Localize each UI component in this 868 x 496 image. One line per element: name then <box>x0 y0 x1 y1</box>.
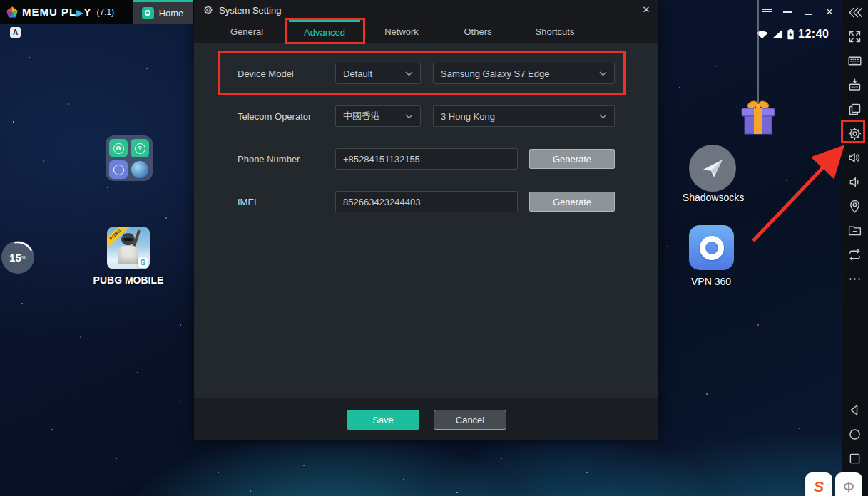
tab-network[interactable]: Network <box>384 20 419 43</box>
folder-app-circle-icon <box>109 160 128 179</box>
device-model-select[interactable]: Samsung Galaxy S7 Edge <box>433 63 615 84</box>
dialog-body: Device Model Default Samsung Galaxy S7 E… <box>194 43 658 398</box>
chevron-down-icon <box>405 114 413 119</box>
memu-logo-icon <box>6 6 19 19</box>
memu-version: (7.1) <box>96 7 114 17</box>
volume-up-icon[interactable] <box>842 145 868 170</box>
tab-others[interactable]: Others <box>464 20 491 43</box>
virtual-keyboard-icon[interactable] <box>842 48 868 73</box>
imei-input[interactable] <box>335 191 518 212</box>
telecom-region-select[interactable]: 中國香港 <box>335 105 421 127</box>
volume-down-icon[interactable] <box>842 170 868 194</box>
collapse-icon[interactable] <box>842 0 868 24</box>
home-tab-icon <box>142 7 154 19</box>
device-brand-select[interactable]: Default <box>335 63 421 84</box>
apk-install-icon[interactable]: APK <box>842 73 868 97</box>
multi-instance-icon[interactable] <box>842 97 868 121</box>
chevron-down-icon <box>599 114 607 119</box>
dialog-header: System Setting ✕ <box>194 0 658 20</box>
dialog-footer: Save Cancel <box>194 398 658 440</box>
battery-arc <box>1 241 34 274</box>
settings-gear-icon[interactable] <box>842 121 868 145</box>
app-folder[interactable]: G ? <box>106 135 153 181</box>
dialog-title: System Setting <box>219 5 281 16</box>
pubg-publisher-logo: G <box>138 257 148 268</box>
a-widget-icon[interactable]: A <box>10 27 21 38</box>
vpn360-app-icon[interactable] <box>689 225 734 270</box>
annotation-arrow <box>742 138 853 247</box>
fullscreen-icon[interactable] <box>842 24 868 48</box>
folder-app-help-icon: ? <box>131 139 149 157</box>
game-assistant-button[interactable]: S <box>805 472 832 496</box>
telecom-operator-label: Telecom Operator <box>238 111 311 122</box>
maximize-button[interactable] <box>802 6 815 19</box>
tab-shortcuts[interactable]: Shortcuts <box>536 20 575 43</box>
chevron-down-icon <box>405 71 413 76</box>
chevron-down-icon <box>599 71 607 76</box>
save-button[interactable]: Save <box>347 410 419 430</box>
window-controls: ✕ <box>755 0 842 24</box>
phone-number-label: Phone Number <box>238 154 300 165</box>
home-circle-icon[interactable] <box>842 422 868 446</box>
folder-app-g-icon: G <box>109 139 128 157</box>
pubg-mobile-app-icon[interactable]: PUBG G <box>107 227 150 269</box>
tab-general[interactable]: General <box>230 20 263 43</box>
battery-charging-icon <box>787 28 795 41</box>
vpn360-label: VPN 360 <box>690 276 732 287</box>
svg-text:APK: APK <box>851 85 859 89</box>
pubg-mobile-label: PUBG MOBILE <box>78 274 178 286</box>
system-setting-dialog: System Setting ✕ General Advanced Networ… <box>194 0 658 440</box>
settings-gear-icon <box>203 5 213 15</box>
minimize-button[interactable] <box>781 6 794 19</box>
memu-logo-text: MEMU PL▶Y <box>22 6 91 18</box>
dialog-close-icon[interactable]: ✕ <box>640 4 653 16</box>
folder-app-globe-icon <box>131 160 149 179</box>
tab-home[interactable]: Home <box>133 0 193 24</box>
telecom-carrier-select[interactable]: 3 Hong Kong <box>433 105 615 127</box>
phone-number-input[interactable] <box>335 148 518 170</box>
tab-advanced[interactable]: Advanced <box>289 20 360 43</box>
clock-time: 12:40 <box>798 28 829 41</box>
back-icon[interactable] <box>842 398 868 422</box>
more-options-icon[interactable] <box>842 267 868 291</box>
shadowsocks-label: Shadowsocks <box>681 192 745 203</box>
cancel-button[interactable]: Cancel <box>434 410 506 430</box>
app-titlebar: MEMU PL▶Y (7.1) Home <box>0 0 194 24</box>
memu-player-window: 12:40 A G ? PUBG G PUBG MOBILE Shadowsoc… <box>0 0 868 496</box>
keymap-button[interactable]: Φ <box>835 472 862 496</box>
paper-plane-icon <box>700 156 725 180</box>
imei-label: IMEI <box>238 197 257 207</box>
close-window-button[interactable]: ✕ <box>823 6 836 19</box>
location-icon[interactable] <box>842 194 868 218</box>
device-model-label: Device Model <box>238 68 294 79</box>
shared-folder-icon[interactable] <box>842 218 868 242</box>
battery-percent-badge[interactable]: 15% <box>1 241 34 274</box>
generate-phone-button[interactable]: Generate <box>529 149 615 169</box>
generate-imei-button[interactable]: Generate <box>529 192 615 212</box>
emulator-toolbar: APK <box>842 0 868 496</box>
recent-apps-icon[interactable] <box>842 446 868 470</box>
memu-logo: MEMU PL▶Y (7.1) <box>0 6 114 19</box>
vpn360-ring <box>700 236 724 260</box>
shadowsocks-app-icon[interactable] <box>689 145 736 192</box>
dialog-tab-bar: General Advanced Network Others Shortcut… <box>194 20 658 43</box>
screen-rotate-icon[interactable] <box>842 242 868 267</box>
window-menu-button[interactable] <box>760 6 773 19</box>
